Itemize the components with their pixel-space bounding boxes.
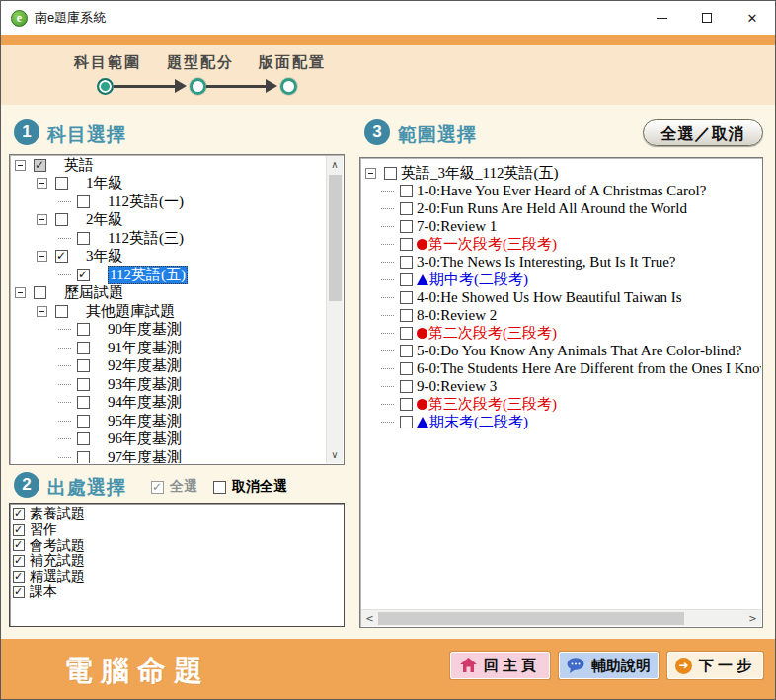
tree-item-label[interactable]: 91年度基測 <box>108 339 182 357</box>
tree-expander-icon[interactable] <box>37 214 47 225</box>
tree-item-label[interactable]: 112英語(五) <box>108 266 188 284</box>
tree-checkbox[interactable] <box>400 380 413 393</box>
source-item-checkbox[interactable] <box>13 508 25 520</box>
tree-row[interactable]: 90年度基測 <box>11 321 326 340</box>
tree-expander-icon[interactable] <box>15 160 26 171</box>
tree-expander-icon[interactable] <box>365 168 376 179</box>
source-item-checkbox[interactable] <box>13 539 25 551</box>
tree-expander-icon[interactable] <box>37 306 47 317</box>
tree-row[interactable]: 4-0:He Showed Us How Beautiful Taiwan Is <box>361 288 761 306</box>
tree-row[interactable]: 112英語(三) <box>11 229 326 248</box>
next-button[interactable]: ➜ 下一步 <box>667 652 763 679</box>
source-item-checkbox[interactable] <box>13 571 25 583</box>
tree-checkbox[interactable] <box>77 342 90 354</box>
tree-checkbox[interactable] <box>55 213 68 226</box>
tree-item-label[interactable]: 第三次段考(三段考) <box>428 395 557 414</box>
tree-checkbox[interactable] <box>77 396 90 409</box>
range-scroll-thumb[interactable] <box>378 612 684 625</box>
tree-checkbox[interactable] <box>400 398 413 411</box>
tree-checkbox[interactable] <box>55 177 68 190</box>
tree-checkbox[interactable] <box>77 359 90 372</box>
tree-row[interactable]: 第一次段考(三段考) <box>361 235 761 253</box>
scroll-up-icon[interactable]: ∧ <box>327 156 344 173</box>
tree-checkbox[interactable] <box>34 159 46 172</box>
tree-row[interactable]: 第二次段考(三段考) <box>361 324 761 342</box>
tree-checkbox[interactable] <box>400 238 413 251</box>
tree-checkbox[interactable] <box>400 185 413 197</box>
range-tree-horizontal-scrollbar[interactable]: < > <box>361 609 761 626</box>
tree-checkbox[interactable] <box>77 432 90 445</box>
list-item[interactable]: 精選試題 <box>10 569 344 584</box>
tree-row[interactable]: 期中考(二段考) <box>361 271 761 288</box>
tree-item-label[interactable]: 3年級 <box>86 247 123 266</box>
source-item-checkbox[interactable] <box>13 524 25 536</box>
tree-item-label[interactable]: 英語 <box>64 156 94 175</box>
tree-row[interactable]: 第三次段考(三段考) <box>361 395 761 413</box>
tree-row[interactable]: 3年級 <box>11 248 326 267</box>
tree-item-label[interactable]: 2-0:Fun Runs Are Held All Around the Wor… <box>417 200 687 217</box>
tree-checkbox[interactable] <box>77 232 90 245</box>
tree-item-label[interactable]: 歷屆試題 <box>64 283 123 302</box>
tree-item-label[interactable]: 3-0:The News Is Interesting, But Is It T… <box>417 254 675 271</box>
tree-row[interactable]: 8-0:Review 2 <box>361 306 761 324</box>
tree-row[interactable]: 2年級 <box>11 211 326 230</box>
select-all-checkbox[interactable]: 全選 <box>151 478 197 496</box>
tree-row[interactable]: 93年度基測 <box>11 375 326 394</box>
tree-checkbox[interactable] <box>34 286 46 299</box>
tree-item-label[interactable]: 1年級 <box>86 174 123 193</box>
tree-item-label[interactable]: 96年度基測 <box>108 429 182 448</box>
tree-row[interactable]: 英語_3年級_112英語(五) <box>361 164 761 182</box>
tree-item-label[interactable]: 94年度基測 <box>108 393 182 412</box>
tree-row[interactable]: 歷屆試題 <box>11 284 326 303</box>
scroll-left-icon[interactable]: < <box>361 610 378 627</box>
tree-item-label[interactable]: 4-0:He Showed Us How Beautiful Taiwan Is <box>417 289 682 306</box>
select-all-checkbox-box[interactable] <box>151 481 164 494</box>
tree-row[interactable]: 1-0:Have You Ever Heard of A Christmas C… <box>361 182 761 199</box>
tree-row[interactable]: 1年級 <box>11 175 326 194</box>
tree-item-label[interactable]: 90年度基測 <box>108 320 182 339</box>
tree-row[interactable]: 94年度基測 <box>11 394 326 413</box>
tree-item-label[interactable]: 97年度基測 <box>108 448 182 463</box>
tree-row[interactable]: 91年度基測 <box>11 339 326 357</box>
list-item[interactable]: 課本 <box>10 584 344 600</box>
tree-item-label[interactable]: 8-0:Review 2 <box>417 307 497 324</box>
tree-row[interactable]: 92年度基測 <box>11 357 326 376</box>
select-all-toggle-button[interactable]: 全選／取消 <box>643 119 763 146</box>
tree-row[interactable]: 期末考(二段考) <box>361 413 761 430</box>
tree-item-label[interactable]: 其他題庫試題 <box>86 302 175 321</box>
tree-item-label[interactable]: 9-0:Review 3 <box>417 378 497 395</box>
list-item[interactable]: 習作 <box>10 522 344 538</box>
maximize-button[interactable] <box>684 1 730 35</box>
tree-row[interactable]: 英語 <box>11 156 326 175</box>
subject-scroll-thumb[interactable] <box>329 175 342 301</box>
tree-checkbox[interactable] <box>400 345 413 357</box>
tree-checkbox[interactable] <box>400 416 413 428</box>
tree-row[interactable]: 5-0:Do You Know Any Animals That Are Col… <box>361 342 761 359</box>
home-button[interactable]: 回主頁 <box>450 652 550 679</box>
tree-item-label[interactable]: 1-0:Have You Ever Heard of A Christmas C… <box>417 183 706 199</box>
tree-checkbox[interactable] <box>77 451 90 463</box>
tree-item-label[interactable]: 期末考(二段考) <box>429 413 528 431</box>
tree-checkbox[interactable] <box>400 362 413 375</box>
list-item[interactable]: 補充試題 <box>10 553 344 569</box>
tree-row[interactable]: 112英語(一) <box>11 193 326 211</box>
tree-checkbox[interactable] <box>400 202 413 215</box>
tree-checkbox[interactable] <box>400 220 413 233</box>
tree-item-label[interactable]: 6-0:The Students Here Are Different from… <box>417 360 761 377</box>
tree-item-label[interactable]: 5-0:Do You Know Any Animals That Are Col… <box>417 343 741 359</box>
tree-checkbox[interactable] <box>400 273 413 286</box>
tree-item-label[interactable]: 112英語(三) <box>108 229 184 248</box>
list-item[interactable]: 素養試題 <box>10 506 344 522</box>
tree-item-label[interactable]: 95年度基測 <box>108 412 182 430</box>
tree-checkbox[interactable] <box>55 250 68 263</box>
step-circle-1-active[interactable] <box>97 78 114 95</box>
close-button[interactable]: ✕ <box>730 1 775 35</box>
tree-expander-icon[interactable] <box>15 287 26 298</box>
step-circle-2[interactable] <box>190 78 206 95</box>
tree-item-label[interactable]: 93年度基測 <box>108 375 182 394</box>
tree-item-label[interactable]: 92年度基測 <box>108 356 182 375</box>
tree-item-label[interactable]: 第二次段考(三段考) <box>428 324 557 343</box>
deselect-all-checkbox-box[interactable] <box>213 481 226 494</box>
tree-item-label[interactable]: 112英語(一) <box>108 193 184 211</box>
source-item-checkbox[interactable] <box>13 586 25 598</box>
